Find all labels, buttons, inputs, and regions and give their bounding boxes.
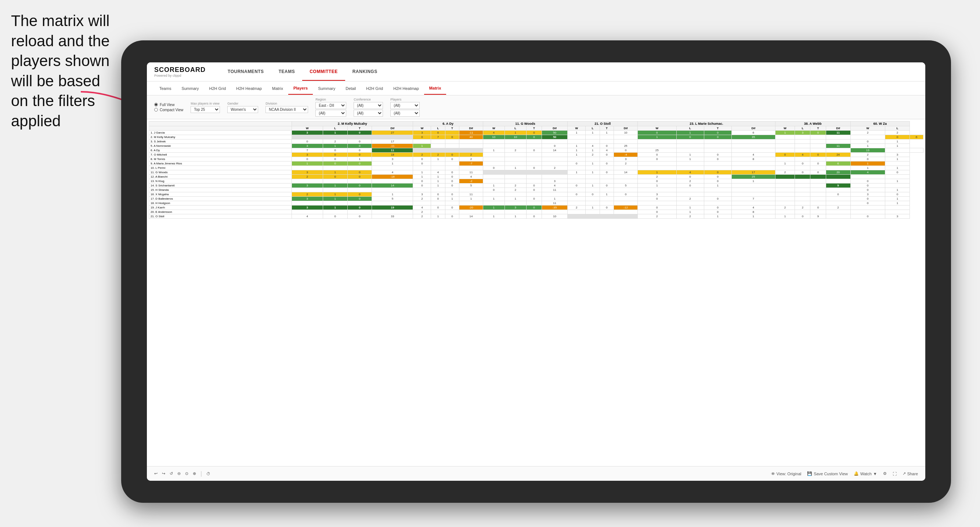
conference-filter: Conference (All) (All) xyxy=(353,98,383,117)
sub-nav-h2h-grid[interactable]: H2H Grid xyxy=(204,83,231,94)
cell: 24 xyxy=(826,153,850,157)
conference-label: Conference xyxy=(353,98,383,101)
cell xyxy=(459,188,483,192)
redo-button[interactable]: ↪ xyxy=(162,471,165,476)
cell xyxy=(775,135,795,140)
full-view-radio[interactable] xyxy=(154,103,158,106)
sub-nav-teams[interactable]: Teams xyxy=(154,83,176,94)
cell xyxy=(810,166,826,170)
save-custom-button[interactable]: 💾 Save Custom View xyxy=(807,471,848,476)
cell: 20 xyxy=(826,170,850,175)
sub-col-t4: T xyxy=(600,126,614,131)
cell: 1 xyxy=(413,144,431,148)
cell: 0 xyxy=(704,206,732,210)
cell xyxy=(542,192,567,197)
eye-icon: 👁 xyxy=(771,471,775,476)
zoom-reset-button[interactable]: ⊙ xyxy=(185,471,188,476)
cell: -11 xyxy=(372,144,413,148)
cell xyxy=(459,166,483,170)
settings-button[interactable]: ⚙ xyxy=(883,471,887,476)
cell xyxy=(445,140,459,144)
sub-col-dif3: Dif xyxy=(542,126,567,131)
sub-nav-summary[interactable]: Summary xyxy=(176,83,204,94)
compact-view-radio[interactable] xyxy=(154,108,158,111)
sub-nav-matrix-active[interactable]: Matrix xyxy=(424,82,446,95)
max-players-select[interactable]: Top 25 xyxy=(191,106,220,113)
cell xyxy=(445,201,459,206)
sub-nav-matrix[interactable]: Matrix xyxy=(267,83,288,94)
cell xyxy=(850,175,885,179)
cell: 4 xyxy=(459,175,483,179)
cell xyxy=(291,179,323,184)
share-icon: ↗ xyxy=(902,471,906,476)
cell xyxy=(826,166,850,170)
cell: 4 xyxy=(600,148,614,153)
sub-nav-h2h-heatmap[interactable]: H2H Heatmap xyxy=(231,83,267,94)
cell xyxy=(600,140,614,144)
view-original-button[interactable]: 👁 View: Original xyxy=(771,471,802,476)
sub-nav-detail[interactable]: Detail xyxy=(340,83,361,94)
sub-nav-h2h-grid2[interactable]: H2H Grid xyxy=(361,83,388,94)
cell: 1 xyxy=(885,144,910,148)
compact-view-option[interactable]: Compact View xyxy=(154,108,183,112)
nav-tournaments[interactable]: TOURNAMENTS xyxy=(220,63,271,81)
fullscreen-button[interactable]: ⛶ xyxy=(892,471,897,476)
cell: 0 xyxy=(810,153,826,157)
matrix-container[interactable]: 2. M Kelly Mulcahy 6. A Dy 11. G Woods 2… xyxy=(147,119,925,466)
region-select[interactable]: East - DII xyxy=(315,102,346,109)
cell xyxy=(614,210,638,214)
sub-nav-players[interactable]: Players xyxy=(288,82,313,95)
sub-col-dif5: Dif xyxy=(732,126,775,131)
cell: 0 xyxy=(568,162,585,166)
share-button[interactable]: ↗ Share xyxy=(902,471,918,476)
cell: 1 xyxy=(568,170,585,175)
max-players-label: Max players in view xyxy=(191,102,220,105)
cell xyxy=(600,135,614,140)
cell: 0 xyxy=(526,197,542,201)
cell: 1 xyxy=(431,157,445,162)
gender-select[interactable]: Women's xyxy=(227,106,258,113)
zoom-out-button[interactable]: ⊖ xyxy=(177,471,181,476)
players-select[interactable]: (All) xyxy=(390,102,420,109)
nav-rankings[interactable]: RANKINGS xyxy=(345,63,385,81)
zoom-in-button[interactable]: ⊕ xyxy=(193,471,196,476)
cell: 0 xyxy=(323,157,347,162)
undo-button[interactable]: ↩ xyxy=(154,471,158,476)
cell: 1 xyxy=(459,197,483,201)
nav-committee[interactable]: COMMITTEE xyxy=(302,63,345,81)
cell: 4 xyxy=(732,206,775,210)
cell xyxy=(600,166,614,170)
conference-select[interactable]: (All) xyxy=(353,102,383,109)
cell xyxy=(413,201,431,206)
cell xyxy=(775,148,795,153)
cell: 1 xyxy=(323,144,347,148)
region-sub-select[interactable]: (All) xyxy=(315,110,346,117)
cell: 2 xyxy=(504,184,526,188)
sub-nav-h2h-heatmap2[interactable]: H2H Heatmap xyxy=(388,83,424,94)
cell: 1 xyxy=(431,175,445,179)
nav-teams[interactable]: TEAMS xyxy=(271,63,302,81)
cell: 1 xyxy=(585,206,600,210)
cell: 6 xyxy=(910,135,923,140)
cell: 0 xyxy=(413,179,431,184)
cell: 11 xyxy=(372,148,413,153)
conference-sub-select[interactable]: (All) xyxy=(353,110,383,117)
refresh-button[interactable]: ↺ xyxy=(170,471,173,476)
timer-button[interactable]: ⏱ xyxy=(206,471,210,476)
watch-button[interactable]: 🔔 Watch ▼ xyxy=(854,471,877,476)
table-row: 16. X Mcgaha 2 1 0 1 3 0 0 11 0 xyxy=(149,192,923,197)
cell: 3 xyxy=(291,197,323,201)
cell: 0 xyxy=(600,170,614,175)
cell xyxy=(600,210,614,214)
sub-col-dif4: Dif xyxy=(614,126,638,131)
cell xyxy=(810,192,826,197)
cell xyxy=(568,157,585,162)
sub-nav-summary2[interactable]: Summary xyxy=(313,83,340,94)
cell xyxy=(810,148,826,153)
players-sub-select[interactable]: (All) xyxy=(390,110,420,117)
full-view-option[interactable]: Full View xyxy=(154,103,183,107)
cell: 3 xyxy=(291,144,323,148)
division-select[interactable]: NCAA Division II xyxy=(266,106,308,113)
cell: 1 xyxy=(638,170,676,175)
cell: 1 xyxy=(323,206,347,210)
